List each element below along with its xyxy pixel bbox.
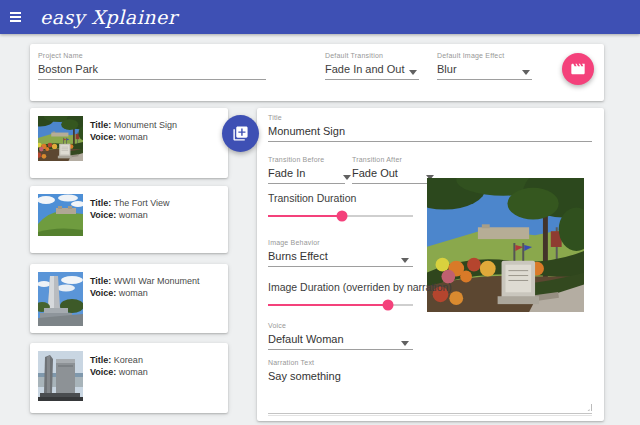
slide-item-korean[interactable]: Title: Korean Voice: woman bbox=[30, 343, 228, 413]
project-name-label: Project Name bbox=[38, 52, 266, 59]
movie-icon bbox=[570, 61, 586, 77]
slide-item-monument-sign[interactable]: Title: Monument Sign Voice: woman bbox=[30, 108, 228, 178]
slide-title: Title: WWII War Monument bbox=[90, 275, 200, 287]
slide-title: Title: Korean bbox=[90, 354, 148, 366]
project-name-field[interactable]: Project Name Boston Park bbox=[38, 52, 266, 80]
narration-textarea[interactable]: Say something bbox=[268, 370, 592, 382]
create-movie-button[interactable] bbox=[562, 53, 594, 85]
slide-item-wwii-monument[interactable]: Title: WWII War Monument Voice: woman bbox=[30, 264, 228, 333]
slide-item-fort-view[interactable]: Title: The Fort View Voice: woman bbox=[30, 186, 228, 253]
slide-thumbnail bbox=[38, 194, 83, 236]
slide-thumbnail bbox=[38, 272, 83, 326]
slide-voice: Voice: woman bbox=[90, 287, 200, 299]
image-duration-slider[interactable] bbox=[268, 299, 413, 311]
app-header: easy Xplainer bbox=[0, 0, 640, 34]
transition-duration-label: Transition Duration bbox=[268, 192, 356, 204]
slide-editor-panel: Title Monument Sign Transition Before Fa… bbox=[257, 108, 604, 421]
default-transition-label: Default Transition bbox=[325, 52, 419, 59]
title-input[interactable]: Monument Sign bbox=[268, 125, 592, 137]
default-image-effect-select[interactable]: Default Image Effect Blur bbox=[437, 52, 532, 80]
chevron-down-icon[interactable] bbox=[343, 175, 351, 180]
slide-thumbnail bbox=[38, 351, 83, 401]
slide-title: Title: The Fort View bbox=[90, 197, 170, 209]
add-slide-button[interactable] bbox=[222, 115, 259, 152]
slide-voice: Voice: woman bbox=[90, 366, 148, 378]
slide-thumbnail bbox=[38, 116, 83, 161]
chevron-down-icon[interactable] bbox=[522, 70, 530, 75]
app-title: easy Xplainer bbox=[40, 6, 177, 28]
chevron-down-icon[interactable] bbox=[401, 258, 409, 263]
default-transition-select[interactable]: Default Transition Fade In and Out bbox=[325, 52, 419, 80]
slide-voice: Voice: woman bbox=[90, 209, 170, 221]
transition-after-select[interactable]: Transition After Fade Out bbox=[352, 156, 428, 184]
title-label: Title bbox=[268, 114, 592, 121]
slider-thumb[interactable] bbox=[383, 300, 394, 311]
narration-text-field[interactable]: Narration Text Say something bbox=[268, 359, 592, 382]
transition-before-select[interactable]: Transition Before Fade In bbox=[268, 156, 345, 184]
voice-select[interactable]: Voice Default Woman bbox=[268, 322, 413, 350]
textarea-resize-handle[interactable] bbox=[585, 404, 592, 411]
transition-duration-slider[interactable] bbox=[268, 210, 413, 222]
chevron-down-icon[interactable] bbox=[401, 341, 409, 346]
menu-icon[interactable] bbox=[8, 7, 34, 27]
image-behavior-select[interactable]: Image Behavior Burns Effect bbox=[268, 239, 413, 267]
slider-thumb[interactable] bbox=[336, 211, 347, 222]
project-name-input[interactable]: Boston Park bbox=[38, 63, 266, 75]
chevron-down-icon[interactable] bbox=[409, 70, 417, 75]
title-field[interactable]: Title Monument Sign bbox=[268, 114, 592, 142]
image-duration-label: Image Duration (overriden by narration) bbox=[268, 281, 452, 293]
project-toolbar: Project Name Boston Park Default Transit… bbox=[30, 44, 604, 101]
slide-voice: Voice: woman bbox=[90, 131, 177, 143]
slide-title: Title: Monument Sign bbox=[90, 119, 177, 131]
add-to-photos-icon bbox=[232, 125, 249, 142]
default-image-effect-label: Default Image Effect bbox=[437, 52, 532, 59]
